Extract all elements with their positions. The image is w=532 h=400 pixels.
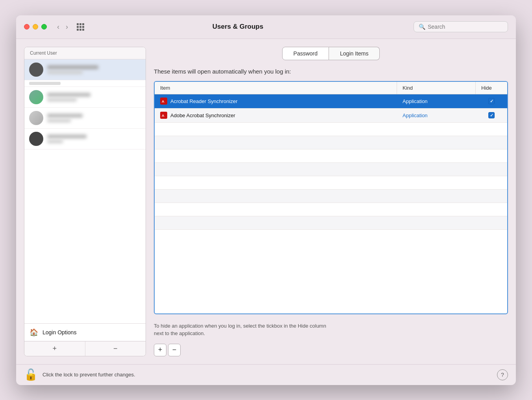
main-window: ‹ › Users & Groups 🔍 Current User: [16, 15, 516, 385]
adobe-acrobat-icon: A: [160, 112, 167, 119]
tab-bar: Password Login Items: [154, 47, 508, 60]
remove-user-button[interactable]: −: [85, 341, 146, 356]
item-name: Acrobat Reader Synchronizer: [170, 98, 238, 104]
user-info: [47, 93, 141, 101]
item-cell: A Acrobat Reader Synchronizer: [155, 95, 397, 107]
other-users-label-blurred: [29, 82, 61, 85]
svg-text:A: A: [162, 100, 164, 103]
remove-login-item-button[interactable]: −: [168, 344, 181, 356]
avatar: [29, 132, 43, 146]
user-role: [47, 119, 71, 122]
avatar: [29, 111, 43, 125]
current-user-info: [47, 65, 141, 74]
svg-text:A: A: [162, 114, 164, 118]
tab-password[interactable]: Password: [282, 47, 329, 60]
user-name: [47, 135, 87, 138]
avatar: [29, 63, 43, 77]
table-row[interactable]: A Acrobat Reader Synchronizer Applicatio…: [155, 94, 507, 109]
empty-row: [155, 163, 507, 176]
footer: 🔓 Click the lock to prevent further chan…: [16, 364, 516, 385]
close-button[interactable]: [24, 24, 30, 29]
user-name: [47, 114, 83, 118]
main-content: Current User: [16, 39, 516, 364]
hide-checkbox[interactable]: ✓: [488, 98, 495, 104]
sidebar: Current User: [24, 47, 146, 356]
column-header-hide: Hide: [476, 82, 507, 94]
item-name: Adobe Acrobat Synchronizer: [170, 112, 235, 118]
help-button[interactable]: ?: [497, 369, 508, 380]
search-icon: 🔍: [419, 24, 425, 30]
acrobat-reader-icon: A: [160, 98, 167, 105]
sidebar-toolbar: + −: [24, 341, 146, 356]
empty-row: [155, 190, 507, 203]
sidebar-panel: Current User: [24, 47, 146, 356]
empty-row: [155, 176, 507, 190]
right-panel: Password Login Items These items will op…: [154, 47, 508, 356]
user-info: [47, 114, 141, 122]
item-cell: A Adobe Acrobat Synchronizer: [155, 109, 397, 121]
user-role: [47, 98, 77, 101]
list-item[interactable]: [24, 129, 146, 149]
login-items-description: These items will open automatically when…: [154, 68, 508, 75]
list-item[interactable]: [24, 87, 146, 108]
search-input[interactable]: [428, 24, 503, 30]
login-options-label: Login Options: [42, 329, 76, 335]
avatar: [29, 90, 43, 104]
hide-checkbox[interactable]: ✓: [488, 112, 495, 118]
bottom-toolbar: + −: [154, 344, 508, 356]
table-header: Item Kind Hide: [155, 82, 507, 94]
login-options-row[interactable]: 🏠 Login Options: [24, 323, 146, 341]
current-user-role: [47, 71, 83, 74]
user-name: [47, 93, 91, 97]
back-button[interactable]: ‹: [55, 22, 62, 32]
minimize-button[interactable]: [33, 24, 38, 29]
empty-row: [155, 149, 507, 163]
column-header-kind: Kind: [397, 82, 476, 94]
empty-row: [155, 136, 507, 149]
lock-text: Click the lock to prevent further change…: [42, 372, 492, 378]
separator-label-row: [24, 80, 146, 87]
login-items-table: Item Kind Hide A Acrobat Reader: [154, 81, 508, 314]
kind-cell: Application: [397, 96, 476, 107]
empty-row: [155, 216, 507, 230]
checkmark-icon: ✓: [490, 113, 493, 118]
add-user-button[interactable]: +: [24, 341, 85, 356]
window-title: Users & Groups: [67, 23, 409, 31]
search-bar[interactable]: 🔍: [414, 21, 508, 32]
column-header-item: Item: [155, 82, 397, 94]
current-user-name: [47, 65, 98, 69]
hide-checkbox-cell[interactable]: ✓: [476, 96, 507, 107]
lock-icon[interactable]: 🔓: [24, 369, 38, 380]
user-list: [24, 59, 146, 323]
table-body: A Acrobat Reader Synchronizer Applicatio…: [155, 94, 507, 230]
current-user-item[interactable]: [24, 59, 146, 80]
table-row[interactable]: A Adobe Acrobat Synchronizer Application…: [155, 109, 507, 123]
sidebar-section-header: Current User: [24, 47, 146, 59]
empty-row: [155, 203, 507, 216]
kind-cell: Application: [397, 110, 476, 121]
traffic-lights: [24, 24, 47, 29]
hide-help-text: To hide an application when you log in, …: [154, 322, 508, 337]
add-login-item-button[interactable]: +: [154, 344, 166, 356]
tab-login-items[interactable]: Login Items: [329, 47, 380, 60]
house-icon: 🏠: [29, 328, 39, 337]
checkmark-icon: ✓: [490, 99, 493, 104]
user-info: [47, 135, 141, 143]
list-item[interactable]: [24, 108, 146, 129]
maximize-button[interactable]: [41, 24, 47, 29]
user-role: [47, 140, 63, 143]
empty-row: [155, 123, 507, 136]
hide-checkbox-cell[interactable]: ✓: [476, 110, 507, 121]
title-bar: ‹ › Users & Groups 🔍: [16, 15, 516, 39]
